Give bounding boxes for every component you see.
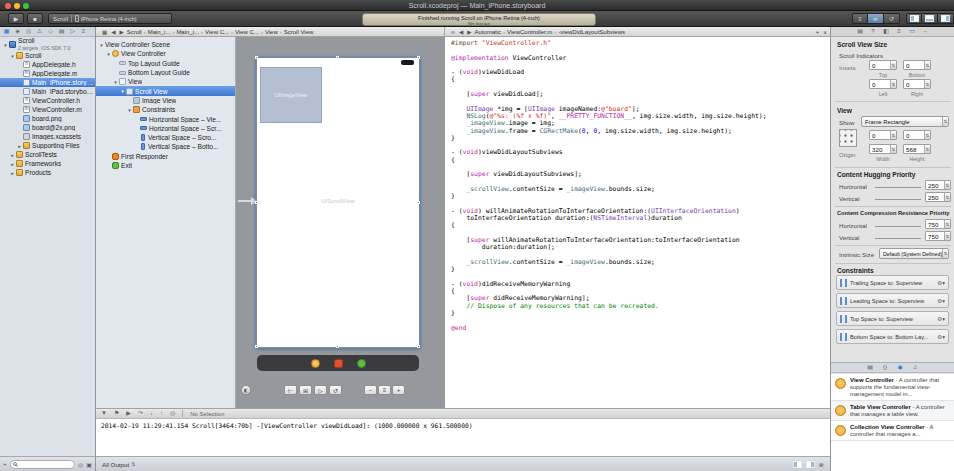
- outline-row-view-controller[interactable]: ▾View Controller: [96, 49, 235, 58]
- priority-slider[interactable]: [875, 199, 921, 200]
- inset-left-field[interactable]: 0⇅: [869, 79, 897, 89]
- selection-knob[interactable]: [417, 56, 420, 59]
- hugging-vertical-field[interactable]: 250⇅: [925, 192, 951, 202]
- back-icon[interactable]: ◀: [459, 29, 463, 35]
- outline-toggle-button[interactable]: ◧: [241, 385, 251, 395]
- outline-row-bottom-layout-guide[interactable]: Bottom Layout Guide: [96, 68, 235, 77]
- align-button[interactable]: ⊢: [284, 385, 297, 395]
- scm-status-icon[interactable]: ▣: [86, 461, 92, 468]
- file-row-main-ipad-storyboard[interactable]: Main_iPad.storyboard: [0, 87, 95, 96]
- source-editor[interactable]: #import "ViewController.h" @implementati…: [445, 37, 830, 408]
- x-field[interactable]: 0⇅: [869, 130, 897, 140]
- test-navigator-icon[interactable]: ◇: [47, 27, 54, 36]
- jumpbar-segment[interactable]: View C...: [204, 29, 230, 35]
- console-view-toggle[interactable]: [806, 461, 815, 468]
- project-navigator-icon[interactable]: ▦: [3, 27, 10, 36]
- inset-bottom-field[interactable]: 0⇅: [903, 60, 931, 70]
- stepper-icon[interactable]: ⇅: [944, 232, 950, 240]
- location-icon[interactable]: ◎: [170, 409, 175, 418]
- file-row-board-2x-png[interactable]: board@2x.png: [0, 123, 95, 132]
- file-row-appdelegate-h[interactable]: hAppDelegate.h: [0, 60, 95, 69]
- back-icon[interactable]: ◀: [111, 29, 115, 35]
- navigator-toggle-button[interactable]: [906, 13, 922, 24]
- forward-icon[interactable]: ▶: [467, 29, 471, 35]
- jumpbar-segment[interactable]: Automatic: [473, 29, 502, 35]
- exit-icon[interactable]: [357, 359, 366, 368]
- disclosure-triangle-icon[interactable]: ▾: [105, 51, 112, 57]
- priority-slider[interactable]: [875, 238, 921, 239]
- outline-row-first-responder[interactable]: First Responder: [96, 152, 235, 161]
- jumpbar-segment[interactable]: View: [264, 29, 279, 35]
- identity-inspector-icon[interactable]: ◧: [883, 27, 890, 36]
- file-template-library-icon[interactable]: ▤: [867, 363, 874, 372]
- stepper-icon[interactable]: ⇅: [944, 181, 950, 189]
- gear-icon[interactable]: ⚙▾: [937, 280, 945, 286]
- step-out-icon[interactable]: ↑: [160, 409, 163, 418]
- compression-vertical-field[interactable]: 750⇅: [925, 231, 951, 241]
- selection-knob[interactable]: [417, 201, 420, 204]
- outline-row-top-layout-guide[interactable]: Top Layout Guide: [96, 59, 235, 68]
- debug-area-toggle-button[interactable]: [922, 13, 938, 24]
- forward-icon[interactable]: ▶: [119, 29, 123, 35]
- stepper-icon[interactable]: ⇅: [890, 61, 896, 69]
- filter-field[interactable]: [10, 460, 76, 469]
- output-filter-dropdown[interactable]: All Output: [102, 461, 129, 468]
- file-row-scroll[interactable]: ▾Scroll2 targets, iOS SDK 7.0: [0, 38, 95, 51]
- hide-debug-area-icon[interactable]: ▼: [101, 409, 107, 418]
- attributes-inspector-icon[interactable]: ≡: [896, 27, 903, 36]
- standard-editor-button[interactable]: ≡: [852, 13, 868, 24]
- variables-view-toggle[interactable]: [793, 461, 802, 468]
- stepper-icon[interactable]: ⇅: [890, 131, 896, 139]
- constraint-row[interactable]: Trailing Space to: Superview⚙▾: [836, 275, 949, 290]
- intrinsic-size-dropdown[interactable]: Default (System Defined)⇅: [879, 248, 949, 259]
- stepper-icon[interactable]: ⇅: [924, 80, 930, 88]
- view-controller-icon[interactable]: [311, 359, 320, 368]
- scheme-selector[interactable]: Scroll iPhone Retina (4-inch): [48, 13, 172, 24]
- stepper-icon[interactable]: ⇅: [890, 145, 896, 153]
- jumpbar-segment[interactable]: Main_i...: [147, 29, 172, 35]
- file-inspector-icon[interactable]: ▤: [857, 27, 864, 36]
- jumpbar-segment[interactable]: Scroll: [126, 29, 143, 35]
- version-editor-button[interactable]: ↺: [884, 13, 900, 24]
- issue-navigator-icon[interactable]: ⚠: [36, 27, 43, 36]
- update-frames-button[interactable]: ↺: [329, 385, 342, 395]
- gear-icon[interactable]: ⚙▾: [937, 316, 945, 322]
- assistant-editor-button[interactable]: ∞: [868, 13, 884, 24]
- outline-row-horizontal-space-vie-[interactable]: Horizontal Space – Vie...: [96, 114, 235, 123]
- continue-icon[interactable]: ▶: [126, 409, 131, 418]
- counterpart-icon[interactable]: ∞: [451, 29, 455, 35]
- recent-files-icon[interactable]: ◎: [78, 461, 83, 468]
- first-responder-icon[interactable]: [334, 359, 343, 368]
- step-into-icon[interactable]: ↓: [150, 409, 153, 418]
- disclosure-triangle-icon[interactable]: ▾: [9, 53, 16, 59]
- file-row-products[interactable]: ▸Products: [0, 168, 95, 177]
- stop-button[interactable]: ■: [27, 13, 43, 24]
- disclosure-triangle-icon[interactable]: ▾: [112, 79, 119, 85]
- outline-row-view[interactable]: ▾View: [96, 77, 235, 86]
- inspector-toggle-button[interactable]: [938, 13, 954, 24]
- stepper-icon[interactable]: ⇅: [944, 193, 950, 201]
- disclosure-triangle-icon[interactable]: ▾: [126, 107, 133, 113]
- quick-help-inspector-icon[interactable]: ?: [870, 27, 877, 36]
- size-inspector-icon[interactable]: ▭: [909, 27, 916, 36]
- disclosure-triangle-icon[interactable]: ▸: [16, 143, 23, 149]
- add-assistant-editor-icon[interactable]: +: [815, 29, 819, 36]
- debug-navigator-icon[interactable]: ▤: [58, 27, 65, 36]
- outline-row-vertical-space-scro-[interactable]: Vertical Space – Scro...: [96, 133, 235, 142]
- zoom-out-button[interactable]: −: [364, 385, 377, 395]
- file-row-scroll[interactable]: ▾Scroll: [0, 51, 95, 60]
- disclosure-triangle-icon[interactable]: ▾: [98, 42, 105, 48]
- stepper-icon[interactable]: ⇅: [924, 131, 930, 139]
- jumpbar-segment[interactable]: -viewDidLayoutSubviews: [557, 29, 626, 35]
- symbol-navigator-icon[interactable]: ◈: [14, 27, 21, 36]
- trash-icon[interactable]: ⊗: [819, 461, 824, 468]
- breakpoints-toggle-icon[interactable]: ⚑: [114, 409, 119, 418]
- selection-knob[interactable]: [255, 345, 258, 348]
- constraint-row[interactable]: Leading Space to: Superview⚙▾: [836, 293, 949, 308]
- file-row-supporting-files[interactable]: ▸Supporting Files: [0, 141, 95, 150]
- outline-row-scroll-view[interactable]: ▾Scroll View: [96, 86, 235, 95]
- zoom-reset-button[interactable]: ≡: [378, 385, 391, 395]
- console[interactable]: 2014-02-19 11:29:41.154 Scroll[3464:70b]…: [96, 419, 830, 456]
- stepper-icon[interactable]: ⇅: [944, 220, 950, 228]
- outline-row-image-view[interactable]: Image View: [96, 96, 235, 105]
